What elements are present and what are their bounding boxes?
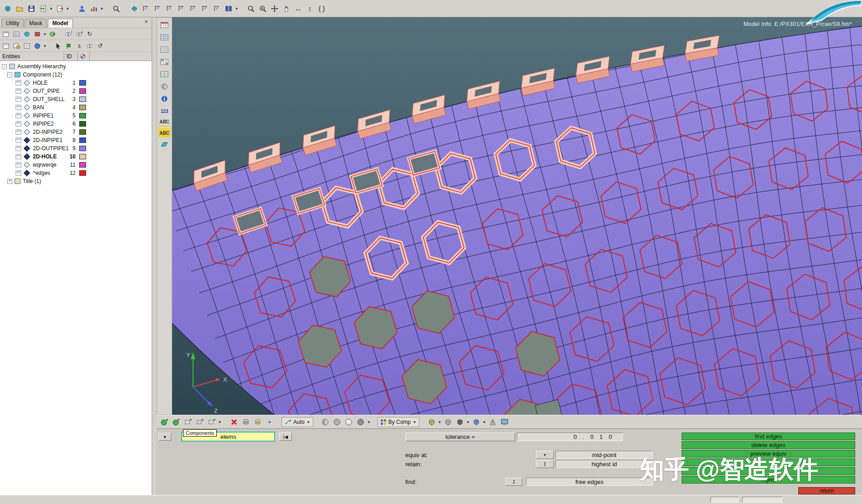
export-icon[interactable] [54,3,65,15]
tree-item-2d-inpipe1[interactable]: 2D-INPIPE18 [0,136,152,144]
shaded-sphere-icon-1[interactable] [320,416,331,428]
plane-icon[interactable] [158,139,170,150]
color-swatch[interactable] [79,80,86,86]
view-orient-icon-6[interactable] [199,3,210,15]
flag-icon[interactable] [64,41,74,51]
layers-icon[interactable] [240,416,251,428]
cube-blue-icon[interactable] [470,416,482,428]
export-caret-icon[interactable]: ▾ [66,6,70,11]
color-swatch[interactable] [79,154,86,159]
monitor-icon[interactable] [499,416,510,428]
snap-points-icon[interactable] [264,416,275,428]
grid-lock-icon[interactable] [11,41,21,51]
create-elem-icon-1[interactable] [182,416,194,428]
cube-caret-icon[interactable]: ▾ [438,420,442,424]
info-icon[interactable] [158,93,170,104]
entities-column-header[interactable]: Entities [2,53,20,60]
tree-item-component-group[interactable]: -Component (12) [0,71,152,79]
mesh-state-icon[interactable] [24,104,30,111]
grid-gray-icon[interactable] [158,44,170,55]
grid-blue-icon[interactable] [158,32,170,43]
color-column-icon[interactable] [80,54,86,61]
fit-view-icon[interactable] [269,3,280,15]
mesh-state-icon[interactable] [24,121,30,127]
pan-hand-icon[interactable] [281,3,292,15]
tree-item-2d-inpipe2[interactable]: 2D-INPIPE27 [0,128,152,136]
tab-model[interactable]: Model [48,19,73,28]
expand-toggle-icon[interactable]: - [7,72,12,77]
mesh-state-icon[interactable] [24,162,30,168]
cube-yellow-icon[interactable] [426,416,437,428]
layers-yellow-icon[interactable] [252,416,263,428]
return-button[interactable]: return [798,487,855,494]
eye-icon[interactable] [85,41,95,51]
browser-caret-icon[interactable]: ▾ [43,32,47,36]
mesh-state-icon[interactable] [24,112,30,119]
cube-caret-icon[interactable]: ▾ [466,420,470,424]
color-swatch[interactable] [79,170,86,176]
color-swatch[interactable] [79,97,86,102]
display-toggle-icon[interactable] [15,97,21,102]
sphere-icon[interactable] [158,81,170,92]
sphere-blue-icon[interactable] [32,41,42,51]
rotate-vertical-icon[interactable]: ↕ [304,3,316,15]
color-swatch[interactable] [79,88,86,94]
tree-item-ban[interactable]: BAN4 [0,103,152,112]
create-elem-icon-2[interactable] [194,416,205,428]
shaded-sphere-icon-3[interactable] [343,416,355,428]
view-orient-icon-2[interactable] [152,3,163,15]
display-toggle-icon[interactable] [15,154,21,159]
display-toggle-icon[interactable] [15,105,21,110]
browser-grid-icon[interactable] [11,29,21,39]
perspective-grid-icon[interactable] [487,416,498,428]
mesh-state-icon[interactable] [24,137,30,143]
display-toggle-icon[interactable] [15,113,21,118]
find-switch-button[interactable]: ▲▼ [505,478,522,486]
browser-window2-icon[interactable] [1,41,11,51]
create-elem-icon-3[interactable] [206,416,217,428]
display-toggle-icon[interactable] [15,137,21,143]
tree-item-hole[interactable]: HOLE1 [0,79,152,87]
display-book-icon[interactable] [223,3,234,15]
equiv-at-dropdown-button[interactable]: ▼ [536,451,554,459]
numbers-toggle-icon[interactable]: 123 [158,106,170,117]
browser-cube-icon[interactable] [22,29,32,39]
expand-toggle-icon[interactable]: + [7,179,12,184]
tree-item-2d-hole[interactable]: 2D-HOLE10 [0,153,152,161]
tree-item-inpipe1[interactable]: INPIPE15 [0,112,152,120]
undo-swirl-icon[interactable]: ↺ [95,41,105,51]
user-profiles-icon[interactable] [76,3,87,15]
color-swatch[interactable] [79,129,86,135]
mesh-mode-combo[interactable]: Auto ▾ [281,417,313,427]
color-swatch[interactable] [79,113,86,118]
mesh-state-icon[interactable] [24,88,30,94]
mesh-state-icon[interactable] [24,170,30,176]
shading-caret-icon[interactable]: ▾ [367,420,371,424]
cube-gray-icon[interactable] [442,416,454,428]
collector-reset-button[interactable]: |◀ [279,433,292,441]
model-summary-icon[interactable] [88,3,99,15]
plus-minus-icon[interactable]: ± [74,41,84,51]
display-toggle-icon[interactable] [15,121,21,127]
create-node-icon[interactable] [158,416,170,428]
previous-view-icon[interactable] [128,3,139,15]
command-braces-icon[interactable]: { } [316,3,327,15]
view-orient-icon-3[interactable] [163,3,175,15]
expand-toggle-icon[interactable]: - [2,64,7,69]
browser-caret-icon[interactable]: ▾ [43,44,47,48]
browser-tag-icon[interactable] [32,29,42,39]
mesh-state-icon[interactable] [24,96,30,102]
id-column-header[interactable]: ID [66,53,72,60]
view-orient-icon-4[interactable] [175,3,187,15]
rotate-horizontal-icon[interactable]: ↔ [292,3,304,15]
view-orient-icon-1[interactable] [140,3,151,15]
delete-edges-button[interactable]: delete edges [682,441,855,449]
color-by-combo[interactable]: By Comp ▾ [377,417,419,427]
zoom-in-icon[interactable] [257,3,268,15]
color-swatch[interactable] [79,105,86,110]
view-orient-icon-5[interactable] [187,3,199,15]
import-icon[interactable] [37,3,49,15]
tree-item-assembly-hierarchy[interactable]: -Assembly Hierarchy [0,62,152,71]
tree-item--edges[interactable]: ^edges12 [0,169,152,177]
summary-caret-icon[interactable]: ▾ [100,6,104,11]
